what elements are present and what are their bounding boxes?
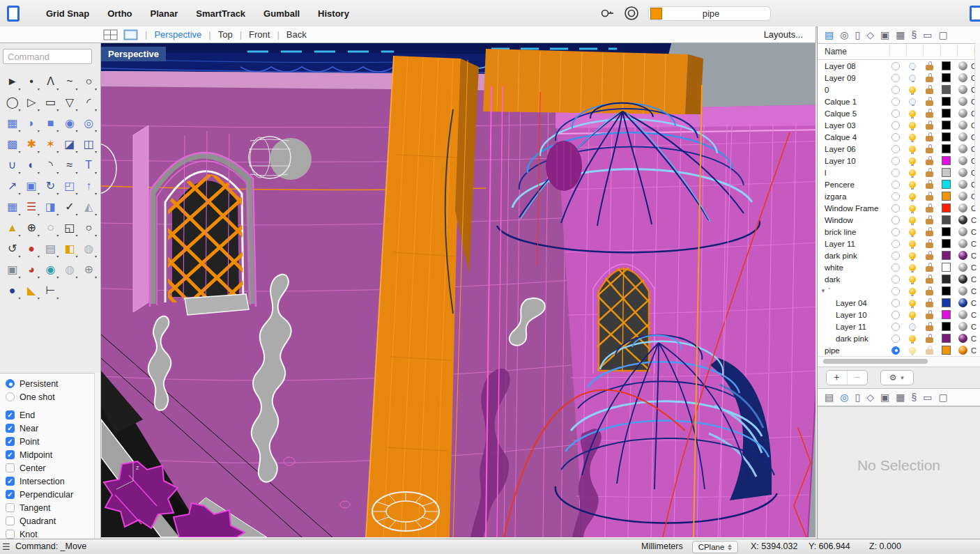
layer-row-layer-03[interactable]: Layer 03C	[818, 119, 980, 131]
annotate-shapes-tool[interactable]: ◧▾	[60, 238, 79, 259]
screen-panel-icon[interactable]: ▢	[938, 30, 947, 40]
layer-color-swatch[interactable]	[942, 156, 951, 165]
layer-color-swatch[interactable]	[942, 310, 951, 319]
layer-material-sphere[interactable]	[958, 286, 967, 295]
layer-row-window[interactable]: WindowC	[818, 214, 980, 226]
layouts-button[interactable]: Layouts...	[764, 29, 803, 40]
layer-visibility-bulb[interactable]	[909, 217, 916, 224]
layer-lock-icon[interactable]	[926, 290, 933, 295]
layers-panel-icon[interactable]: ▤	[825, 30, 834, 40]
layer-row-l[interactable]: lC	[818, 167, 980, 178]
layer-options-button[interactable]: ⚙ ▼	[880, 370, 914, 385]
menu-item-grid-snap[interactable]: Grid Snap	[46, 8, 89, 19]
viewport-tab-perspective[interactable]: Perspective	[154, 29, 201, 40]
rotate-tool[interactable]: ↻▾	[41, 176, 60, 197]
layer-current-radio[interactable]	[891, 334, 900, 343]
layer-color-swatch[interactable]	[942, 215, 951, 224]
pie-tool[interactable]: ◕▾	[22, 259, 40, 280]
checkbox-knot[interactable]	[6, 530, 15, 539]
layer-lock-icon[interactable]	[926, 124, 933, 130]
move-tool[interactable]: ↗▾	[3, 176, 22, 197]
layer-visibility-bulb[interactable]	[909, 311, 916, 318]
help-panel-icon[interactable]: §	[911, 30, 917, 40]
menu-item-history[interactable]: History	[318, 8, 349, 19]
layer-color-swatch[interactable]	[942, 227, 951, 236]
layer-material-sphere[interactable]	[958, 298, 967, 307]
layers-vscrollbar[interactable]	[974, 43, 980, 210]
layer-current-radio[interactable]	[891, 109, 900, 118]
explode-tool[interactable]: ✶▾	[41, 134, 60, 155]
pan-view-tool[interactable]: ↺▾	[3, 238, 22, 259]
magnifier-tool[interactable]: ○▾	[79, 217, 98, 238]
layer-material-sphere[interactable]	[958, 156, 967, 165]
toy-car-tool[interactable]: ●▾	[22, 238, 40, 259]
layer-color-swatch[interactable]	[942, 85, 951, 94]
layer-material-sphere[interactable]	[958, 180, 967, 189]
layer-current-radio[interactable]	[891, 216, 900, 224]
layer-lock-icon[interactable]	[926, 136, 933, 141]
target-circles-icon[interactable]	[623, 5, 640, 22]
layer-visibility-bulb[interactable]	[909, 63, 916, 70]
mesh-tool[interactable]: ▩▾	[3, 134, 22, 155]
layer-lock-icon[interactable]	[926, 302, 933, 307]
layer-visibility-bulb[interactable]	[909, 288, 916, 295]
layer-visibility-bulb[interactable]	[909, 193, 916, 200]
layer-current-radio[interactable]	[891, 180, 900, 189]
select-tool[interactable]: ►▾	[3, 71, 22, 92]
layer-lock-icon[interactable]	[926, 160, 933, 165]
app-icon[interactable]	[7, 6, 20, 22]
layer-row-layer-08[interactable]: Layer 08C	[818, 60, 980, 72]
color-wheel-tool[interactable]: ◉▾	[41, 259, 60, 280]
layer-lock-icon[interactable]	[926, 183, 933, 189]
ellipse-tool[interactable]: ◯▾	[3, 92, 22, 113]
layer-row-pipe[interactable]: pipeC	[818, 344, 980, 356]
layer-row-brick-line[interactable]: brick lineC	[818, 226, 980, 238]
layer-row-layer-10[interactable]: Layer 10C	[818, 309, 980, 321]
curve-tool[interactable]: ~▾	[60, 71, 79, 92]
viewport-tab-front[interactable]: Front	[249, 29, 270, 40]
layer-color-swatch[interactable]	[942, 251, 951, 260]
zoom-window-tool[interactable]: ◌▾	[41, 217, 60, 238]
layer-visibility-bulb[interactable]	[909, 264, 916, 271]
layer-row-white[interactable]: whiteC	[818, 261, 980, 273]
layer-visibility-bulb[interactable]	[909, 300, 916, 307]
layer-lock-icon[interactable]	[926, 349, 933, 355]
layer-visibility-bulb[interactable]	[909, 75, 916, 82]
check-tool[interactable]: ✓▾	[60, 197, 79, 217]
osnap-scrollbar[interactable]	[94, 373, 100, 539]
layer-lock-icon[interactable]	[926, 112, 933, 118]
layer-row-layer-06[interactable]: Layer 06C	[818, 143, 980, 155]
layer-lock-icon[interactable]	[926, 231, 933, 236]
hscroll-thumb[interactable]	[823, 359, 928, 364]
arc-tool[interactable]: ◜▾	[79, 92, 98, 113]
notes-panel-icon[interactable]: ▯	[855, 392, 860, 402]
osnap-item-intersection[interactable]: ✓Intersection	[6, 475, 95, 488]
extrude-tool[interactable]: ↑▾	[79, 176, 98, 197]
layer-row-layer-11[interactable]: Layer 11C	[818, 238, 980, 249]
layer-lock-icon[interactable]	[926, 266, 933, 272]
notes-panel-icon[interactable]: ▯	[855, 30, 860, 40]
layer-visibility-bulb[interactable]	[909, 86, 916, 93]
layer-current-radio[interactable]	[891, 228, 900, 236]
cone-cylinder-tool[interactable]: ◭▾	[79, 197, 98, 217]
layer-current-radio[interactable]	[891, 121, 900, 130]
checkbox-intersection[interactable]: ✓	[6, 477, 15, 486]
osnap-item-tangent[interactable]: Tangent	[6, 501, 95, 514]
layer-current-radio[interactable]	[891, 133, 900, 141]
layer-material-sphere[interactable]	[958, 85, 967, 94]
layer-color-swatch[interactable]	[942, 263, 951, 272]
text-tool[interactable]: T▾	[79, 155, 98, 176]
screen-panel-icon[interactable]: ▢	[938, 392, 947, 402]
polyline-tool[interactable]: Λ▾	[41, 71, 60, 92]
wire-sphere-tool[interactable]: ⊕▾	[79, 259, 98, 280]
copy-tool[interactable]: ▣▾	[22, 176, 40, 197]
layer-material-sphere[interactable]	[958, 227, 967, 236]
history-record-icon[interactable]	[599, 6, 615, 21]
layer-lock-icon[interactable]	[926, 148, 933, 153]
layer-current-radio[interactable]	[891, 311, 900, 319]
layers-hscrollbar[interactable]	[818, 356, 980, 367]
layer-color-swatch[interactable]	[942, 286, 951, 295]
polygon-tool[interactable]: ▽▾	[60, 92, 79, 113]
layer-color-swatch[interactable]	[942, 97, 951, 106]
layer-visibility-bulb[interactable]	[909, 122, 916, 129]
